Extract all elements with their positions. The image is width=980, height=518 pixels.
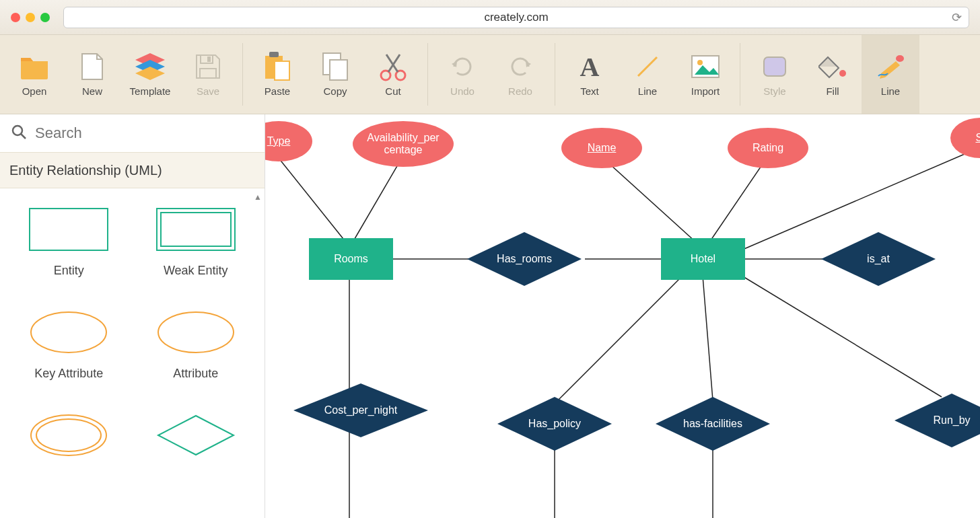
fill-icon xyxy=(818,52,847,81)
new-doc-icon xyxy=(77,52,107,81)
maximize-window-button[interactable] xyxy=(40,13,50,22)
save-icon xyxy=(193,52,223,81)
svg-rect-0 xyxy=(201,55,213,63)
diagram-canvas[interactable]: Type Availability_per centage Name Ratin… xyxy=(265,114,980,518)
toolbar-divider xyxy=(555,43,555,106)
svg-point-25 xyxy=(31,415,106,455)
svg-rect-21 xyxy=(157,209,235,250)
copy-button[interactable]: Copy xyxy=(306,35,364,114)
svg-rect-4 xyxy=(269,52,279,57)
svg-rect-15 xyxy=(764,57,785,76)
entity-rooms[interactable]: Rooms xyxy=(309,238,393,280)
line-tool-button[interactable]: Line xyxy=(862,35,919,114)
attribute-availability[interactable]: Availability_per centage xyxy=(353,121,454,167)
style-button[interactable]: Style xyxy=(746,35,804,114)
shape-entity[interactable]: Entity xyxy=(8,207,130,278)
diagram-edges xyxy=(265,114,980,518)
svg-point-24 xyxy=(158,312,234,353)
svg-line-38 xyxy=(703,276,713,400)
import-icon xyxy=(691,52,720,81)
browser-chrome: creately.com ⟳ xyxy=(0,0,980,35)
pencil-line-icon xyxy=(876,52,905,81)
svg-line-32 xyxy=(709,158,767,242)
paste-button[interactable]: Paste xyxy=(248,35,306,114)
text-icon: A xyxy=(575,52,604,81)
search-icon xyxy=(11,124,27,143)
svg-line-19 xyxy=(21,134,26,139)
minimize-window-button[interactable] xyxy=(26,13,35,22)
relationship-has-rooms[interactable]: Has_rooms xyxy=(467,232,582,286)
style-icon xyxy=(760,52,790,81)
cut-button[interactable]: Cut xyxy=(364,35,422,114)
shape-category-header[interactable]: Entity Relationship (UML) xyxy=(0,152,265,188)
svg-point-26 xyxy=(36,419,101,451)
svg-point-17 xyxy=(896,55,904,62)
toolbar-divider xyxy=(427,43,428,106)
svg-line-28 xyxy=(353,161,400,242)
reload-icon[interactable]: ⟳ xyxy=(952,10,962,25)
search-input[interactable] xyxy=(35,124,254,142)
svg-line-10 xyxy=(388,54,400,72)
open-button[interactable]: Open xyxy=(5,35,63,114)
shape-multivalued-attribute[interactable] xyxy=(8,413,130,470)
copy-icon xyxy=(320,52,350,81)
folder-icon xyxy=(20,52,49,81)
url-text: creately.com xyxy=(484,11,548,24)
svg-rect-20 xyxy=(30,209,108,250)
undo-button[interactable]: Undo xyxy=(433,35,491,114)
entity-hotel[interactable]: Hotel xyxy=(661,238,745,280)
paste-icon xyxy=(262,52,292,81)
svg-point-16 xyxy=(839,70,846,77)
attribute-name[interactable]: Name xyxy=(561,128,642,168)
save-button[interactable]: Save xyxy=(179,35,237,114)
close-window-button[interactable] xyxy=(11,13,20,22)
shapes-panel: ▲ Entity Weak Entity Key Attribute Attri… xyxy=(0,188,265,518)
svg-line-11 xyxy=(386,54,398,72)
svg-line-27 xyxy=(276,155,346,242)
svg-point-14 xyxy=(697,60,703,65)
attribute-type[interactable]: Type xyxy=(265,121,312,161)
fill-button[interactable]: Fill xyxy=(804,35,862,114)
undo-icon xyxy=(448,52,477,81)
shape-weak-entity[interactable]: Weak Entity xyxy=(135,207,257,278)
template-button[interactable]: Template xyxy=(121,35,179,114)
svg-line-39 xyxy=(736,272,942,397)
svg-rect-7 xyxy=(330,60,347,80)
attribute-street[interactable]: St xyxy=(950,118,980,158)
toolbar-divider xyxy=(242,43,243,106)
svg-line-31 xyxy=(603,158,696,242)
redo-icon xyxy=(505,52,535,81)
redo-button[interactable]: Redo xyxy=(491,35,549,114)
new-button[interactable]: New xyxy=(63,35,121,114)
svg-line-37 xyxy=(555,276,682,404)
relationship-is-at[interactable]: is_at xyxy=(821,232,936,286)
shape-relationship[interactable] xyxy=(135,413,257,470)
line-icon xyxy=(633,52,662,81)
shape-attribute[interactable]: Attribute xyxy=(135,310,257,381)
toolbar-divider xyxy=(740,43,740,106)
svg-rect-5 xyxy=(275,61,289,80)
svg-rect-22 xyxy=(161,213,231,246)
line-button[interactable]: Line xyxy=(619,35,676,114)
svg-rect-1 xyxy=(207,57,211,62)
svg-point-23 xyxy=(31,312,106,353)
url-bar[interactable]: creately.com ⟳ xyxy=(63,7,969,28)
relationship-has-policy[interactable]: Has_policy xyxy=(497,397,612,451)
search-row xyxy=(0,114,265,152)
attribute-rating[interactable]: Rating xyxy=(728,128,808,168)
svg-rect-2 xyxy=(200,69,216,78)
relationship-has-facilities[interactable]: has-facilities xyxy=(656,397,770,451)
shape-key-attribute[interactable]: Key Attribute xyxy=(8,310,130,381)
svg-line-12 xyxy=(638,57,657,76)
relationship-cost-per-night[interactable]: Cost_per_night xyxy=(293,383,428,437)
scroll-up-indicator[interactable]: ▲ xyxy=(254,192,262,202)
window-controls xyxy=(11,13,50,22)
toolbar: Open New Template Save Paste Copy xyxy=(0,35,980,114)
text-button[interactable]: A Text xyxy=(561,35,619,114)
relationship-run-by[interactable]: Run_by xyxy=(895,394,980,447)
import-button[interactable]: Import xyxy=(676,35,734,114)
svg-point-18 xyxy=(13,126,22,135)
shapes-sidebar: Entity Relationship (UML) ▲ Entity Weak … xyxy=(0,114,265,518)
cut-icon xyxy=(378,52,408,81)
template-icon xyxy=(135,52,165,81)
